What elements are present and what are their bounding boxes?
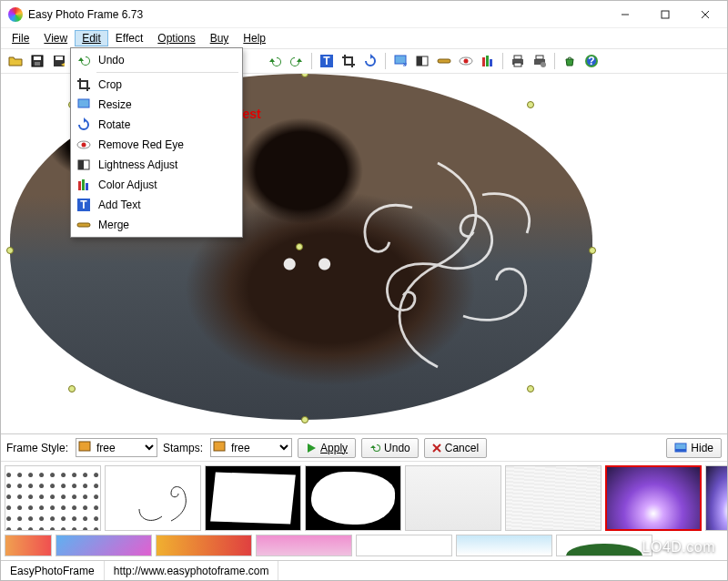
window-title: Easy Photo Frame 6.73 xyxy=(28,8,605,21)
edit-add-text[interactable]: T Add Text xyxy=(73,195,240,215)
redo-button[interactable] xyxy=(288,52,306,70)
text-icon: T xyxy=(76,198,91,212)
thumbnail[interactable] xyxy=(705,465,727,531)
svg-rect-29 xyxy=(79,442,90,451)
thumbnail[interactable] xyxy=(305,465,401,531)
minimize-button[interactable] xyxy=(605,2,645,27)
resize-button[interactable] xyxy=(391,52,410,70)
menu-file[interactable]: File xyxy=(5,30,36,46)
thumbnail-selected[interactable] xyxy=(605,465,702,531)
svg-rect-40 xyxy=(78,181,81,190)
resize-handle-e[interactable] xyxy=(589,247,596,254)
menu-buy[interactable]: Buy xyxy=(203,30,237,46)
edit-undo[interactable]: Undo xyxy=(73,50,240,70)
rotate-button[interactable] xyxy=(361,52,379,70)
crop-button[interactable] xyxy=(339,52,358,70)
svg-point-37 xyxy=(82,143,86,148)
help-button[interactable]: ? xyxy=(582,52,601,70)
menu-effect[interactable]: Effect xyxy=(108,30,150,46)
menu-view[interactable]: View xyxy=(36,30,75,46)
stamps-label: Stamps: xyxy=(163,442,203,454)
toolbar-separator xyxy=(311,53,312,69)
menu-help[interactable]: Help xyxy=(236,30,273,46)
thumbnails-row-1[interactable] xyxy=(1,462,727,535)
resize-handle-s[interactable] xyxy=(301,416,308,423)
close-button[interactable] xyxy=(685,2,725,27)
svg-rect-6 xyxy=(35,62,40,66)
buy-button[interactable] xyxy=(561,52,579,70)
svg-rect-35 xyxy=(78,99,89,107)
lightness-icon xyxy=(76,158,91,172)
edit-crop[interactable]: Crop xyxy=(73,75,240,95)
thumbnail[interactable] xyxy=(556,535,652,556)
text-button[interactable]: T xyxy=(318,52,336,70)
thumbnail[interactable] xyxy=(205,465,301,531)
svg-text:?: ? xyxy=(588,55,594,67)
svg-rect-1 xyxy=(662,11,669,18)
thumbnails-row-2[interactable] xyxy=(1,535,727,560)
svg-rect-22 xyxy=(514,63,521,66)
menu-edit[interactable]: Edit xyxy=(75,30,108,46)
crop-icon xyxy=(76,77,91,92)
print-button[interactable] xyxy=(509,52,527,70)
resize-icon xyxy=(76,97,91,112)
save-as-button[interactable] xyxy=(50,52,68,70)
save-button[interactable] xyxy=(28,52,46,70)
svg-rect-39 xyxy=(78,160,84,169)
svg-rect-17 xyxy=(482,57,485,66)
undo-button[interactable] xyxy=(266,52,284,70)
undo-apply-button[interactable]: Undo xyxy=(361,438,419,458)
app-icon xyxy=(8,7,23,22)
svg-rect-41 xyxy=(82,179,85,190)
color-adjust-button[interactable] xyxy=(479,52,497,70)
apply-button[interactable]: Apply xyxy=(298,438,356,458)
thumbnail[interactable] xyxy=(256,535,352,556)
merge-icon xyxy=(76,218,91,232)
undo-icon xyxy=(369,443,380,454)
undo-icon xyxy=(76,53,91,67)
thumbnail[interactable] xyxy=(505,465,602,531)
resize-handle-w[interactable] xyxy=(6,247,14,254)
maximize-button[interactable] xyxy=(645,2,685,27)
edit-remove-red-eye[interactable]: Remove Red Eye xyxy=(73,135,240,155)
edit-lightness[interactable]: Lightness Adjust xyxy=(73,155,240,175)
menu-options[interactable]: Options xyxy=(150,30,202,46)
status-url[interactable]: http://www.easyphotoframe.com xyxy=(105,561,279,580)
svg-rect-21 xyxy=(514,56,521,59)
print-setup-button[interactable] xyxy=(531,52,549,70)
thumbnail[interactable] xyxy=(105,465,201,531)
stamps-icon xyxy=(213,441,226,454)
thumbnail[interactable] xyxy=(5,535,52,556)
svg-point-25 xyxy=(541,62,546,67)
hide-button[interactable]: Hide xyxy=(666,438,722,458)
merge-button[interactable] xyxy=(435,52,453,70)
svg-rect-14 xyxy=(438,59,450,63)
edit-dropdown: Undo Crop Resize Rotate Remove Red Eye L… xyxy=(70,47,243,238)
redeye-button[interactable] xyxy=(457,52,475,70)
edit-merge[interactable]: Merge xyxy=(73,215,240,235)
thumbnail[interactable] xyxy=(5,465,101,531)
resize-handle-ne[interactable] xyxy=(527,101,534,108)
thumbnail[interactable] xyxy=(156,535,252,556)
thumbnail[interactable] xyxy=(456,535,552,556)
lightness-button[interactable] xyxy=(413,52,431,70)
thumbnail[interactable] xyxy=(56,535,152,556)
cancel-button[interactable]: Cancel xyxy=(424,438,487,458)
thumbnail[interactable] xyxy=(356,535,452,556)
svg-text:T: T xyxy=(80,199,87,211)
edit-rotate[interactable]: Rotate xyxy=(73,115,240,135)
rotate-icon xyxy=(76,117,91,132)
thumbnail[interactable] xyxy=(405,465,501,531)
resize-handle-se[interactable] xyxy=(527,385,534,392)
menu-separator xyxy=(96,72,238,73)
edit-resize[interactable]: Resize xyxy=(73,95,240,115)
toolbar-separator xyxy=(502,53,503,69)
status-app: EasyPhotoFrame xyxy=(1,561,105,580)
move-handle[interactable] xyxy=(296,243,303,250)
edit-color-adjust[interactable]: Color Adjust xyxy=(73,175,240,195)
menu-label: Merge xyxy=(98,219,129,231)
resize-handle-sw[interactable] xyxy=(68,385,76,392)
open-button[interactable] xyxy=(6,52,25,70)
frame-style-icon xyxy=(78,441,91,454)
svg-rect-19 xyxy=(490,59,492,66)
